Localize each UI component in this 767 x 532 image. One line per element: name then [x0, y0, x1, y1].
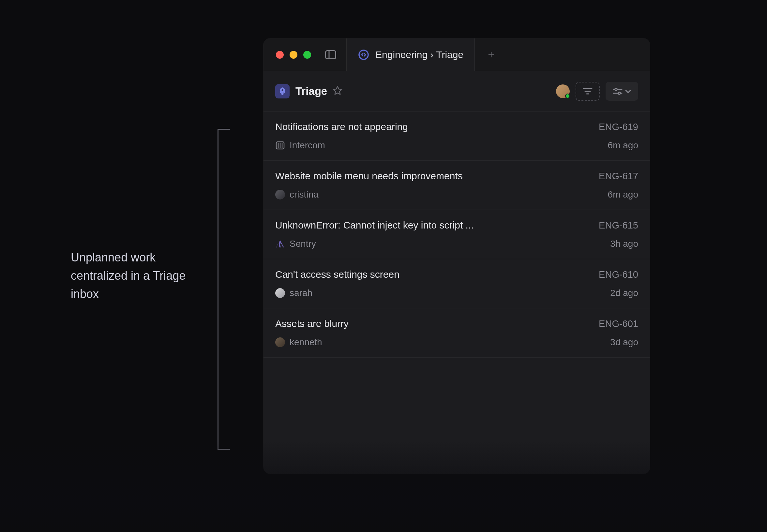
app-window: Engineering › Triage + Triage — [263, 38, 650, 474]
close-button[interactable] — [276, 51, 284, 59]
filter-icon — [583, 87, 593, 95]
sliders-icon — [613, 87, 623, 95]
star-icon — [332, 85, 343, 96]
traffic-lights — [263, 51, 311, 59]
marketing-caption: Unplanned work centralized in a Triage i… — [71, 248, 201, 303]
user-avatar-icon — [275, 288, 285, 298]
source-label: Sentry — [289, 239, 316, 249]
issue-id: ENG-610 — [599, 269, 638, 280]
minimize-button[interactable] — [289, 51, 297, 59]
issue-source: cristina — [275, 189, 318, 200]
svg-point-2 — [359, 50, 368, 59]
issue-timestamp: 6m ago — [608, 140, 638, 151]
sentry-icon — [275, 239, 285, 249]
issue-title: Website mobile menu needs improvements — [275, 170, 463, 182]
new-tab-button[interactable]: + — [475, 38, 508, 71]
issue-timestamp: 6m ago — [608, 189, 638, 200]
svg-rect-0 — [326, 51, 336, 59]
zoom-button[interactable] — [303, 51, 311, 59]
bracket-decoration — [217, 129, 230, 450]
svg-point-3 — [281, 89, 283, 91]
issue-source: sarah — [275, 288, 312, 298]
issue-row[interactable]: Website mobile menu needs improvements E… — [263, 161, 650, 210]
triage-project-icon — [275, 84, 289, 98]
source-label: kenneth — [289, 337, 322, 347]
intercom-icon — [275, 140, 285, 150]
issue-id: ENG-619 — [599, 122, 638, 132]
issue-source: Sentry — [275, 239, 316, 249]
issue-list: Notifications are not appearing ENG-619 … — [263, 111, 650, 358]
plus-icon: + — [488, 48, 494, 61]
issue-row[interactable]: Assets are blurry ENG-601 kenneth 3d ago — [263, 308, 650, 358]
tab-label: Engineering › Triage — [375, 49, 464, 60]
presence-indicator — [565, 94, 570, 98]
issue-timestamp: 2d ago — [610, 288, 638, 298]
source-label: Intercom — [289, 140, 325, 151]
favorite-button[interactable] — [332, 85, 344, 97]
rocket-icon — [278, 87, 287, 96]
window-titlebar: Engineering › Triage + — [263, 38, 650, 71]
user-avatar-icon — [275, 337, 285, 347]
filter-button[interactable] — [576, 82, 600, 101]
issue-title: Assets are blurry — [275, 318, 348, 329]
page-title: Triage — [295, 85, 327, 97]
issue-row[interactable]: Can't access settings screen ENG-610 sar… — [263, 259, 650, 308]
user-avatar-icon — [275, 190, 285, 199]
tab-engineering-triage[interactable]: Engineering › Triage — [346, 38, 475, 71]
issue-id: ENG-617 — [599, 171, 638, 182]
chevron-down-icon — [625, 89, 631, 93]
issue-timestamp: 3h ago — [610, 239, 638, 249]
svg-point-10 — [618, 92, 621, 94]
issue-title: Notifications are not appearing — [275, 121, 408, 132]
issue-source: kenneth — [275, 337, 322, 347]
issue-timestamp: 3d ago — [610, 337, 638, 347]
source-label: sarah — [289, 288, 312, 298]
issue-title: UnknownError: Cannot inject key into scr… — [275, 220, 474, 231]
display-options-button[interactable] — [606, 82, 638, 101]
svg-point-8 — [615, 88, 617, 90]
source-label: cristina — [289, 189, 318, 200]
issue-row[interactable]: UnknownError: Cannot inject key into scr… — [263, 210, 650, 259]
page-header: Triage — [263, 71, 650, 111]
issue-row[interactable]: Notifications are not appearing ENG-619 … — [263, 111, 650, 161]
issue-id: ENG-601 — [599, 318, 638, 329]
issue-source: Intercom — [275, 140, 325, 151]
user-avatar[interactable] — [556, 84, 570, 98]
sidebar-toggle-button[interactable] — [325, 50, 336, 60]
issue-title: Can't access settings screen — [275, 269, 400, 280]
issue-id: ENG-615 — [599, 220, 638, 231]
cycle-icon — [358, 49, 369, 61]
